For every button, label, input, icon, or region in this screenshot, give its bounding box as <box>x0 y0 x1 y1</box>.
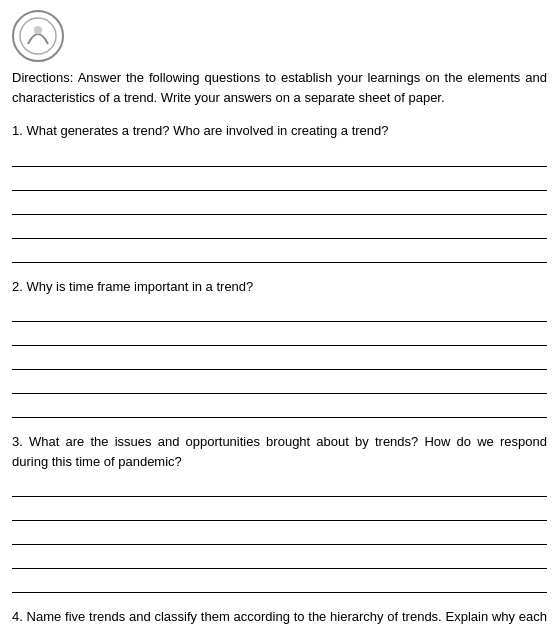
question-4-block: 4. Name five trends and classify them ac… <box>12 607 547 628</box>
answer-line <box>12 547 547 569</box>
answer-line <box>12 217 547 239</box>
logo-area <box>12 10 547 62</box>
answer-line <box>12 145 547 167</box>
answer-line <box>12 499 547 521</box>
answer-line <box>12 169 547 191</box>
question-3-answer-lines <box>12 475 547 593</box>
answer-line <box>12 372 547 394</box>
question-1-answer-lines <box>12 145 547 263</box>
logo-icon <box>18 16 58 56</box>
question-1-block: 1. What generates a trend? Who are invol… <box>12 121 547 263</box>
question-2-text: 2. Why is time frame important in a tren… <box>12 277 547 297</box>
question-2-answer-lines <box>12 300 547 418</box>
question-2-block: 2. Why is time frame important in a tren… <box>12 277 547 419</box>
answer-line <box>12 193 547 215</box>
svg-point-1 <box>34 26 42 34</box>
directions-text: Directions: Answer the following questio… <box>12 68 547 107</box>
question-3-block: 3. What are the issues and opportunities… <box>12 432 547 593</box>
answer-line <box>12 241 547 263</box>
question-3-text: 3. What are the issues and opportunities… <box>12 432 547 471</box>
answer-line <box>12 300 547 322</box>
answer-line <box>12 475 547 497</box>
answer-line <box>12 523 547 545</box>
svg-point-0 <box>20 18 56 54</box>
answer-line <box>12 324 547 346</box>
question-1-text: 1. What generates a trend? Who are invol… <box>12 121 547 141</box>
logo-circle <box>12 10 64 62</box>
answer-line <box>12 348 547 370</box>
answer-line <box>12 396 547 418</box>
question-4-text: 4. Name five trends and classify them ac… <box>12 607 547 628</box>
answer-line <box>12 571 547 593</box>
